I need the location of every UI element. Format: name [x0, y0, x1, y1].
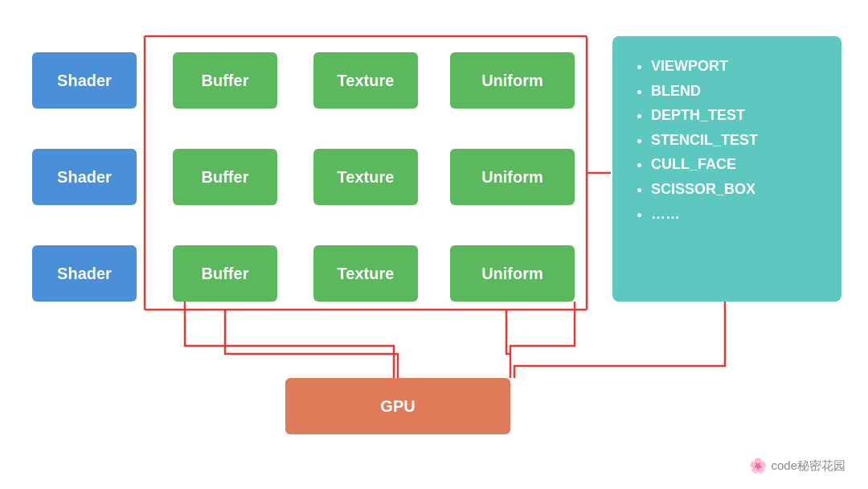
watermark-text: code秘密花园: [771, 458, 845, 474]
texture-block-3: Texture: [313, 245, 418, 302]
state-list: VIEWPORT BLEND DEPTH_TEST STENCIL_TEST C…: [635, 54, 819, 226]
buffer-block-2: Buffer: [173, 149, 277, 205]
state-box: VIEWPORT BLEND DEPTH_TEST STENCIL_TEST C…: [612, 36, 841, 302]
texture-block-1: Texture: [313, 52, 418, 109]
uniform-block-3: Uniform: [450, 245, 575, 302]
buffer-block-3: Buffer: [173, 245, 277, 302]
state-item-viewport: VIEWPORT: [651, 54, 819, 79]
diagram-container: Shader Shader Shader Buffer Buffer Buffe…: [0, 0, 868, 489]
state-item-depth: DEPTH_TEST: [651, 103, 819, 128]
shader-block-1: Shader: [32, 52, 137, 109]
gpu-block: GPU: [285, 378, 510, 434]
uniform-block-1: Uniform: [450, 52, 575, 109]
state-item-stencil: STENCIL_TEST: [651, 128, 819, 153]
state-item-scissor: SCISSOR_BOX: [651, 177, 819, 202]
shader-block-2: Shader: [32, 149, 137, 205]
state-item-blend: BLEND: [651, 79, 819, 104]
watermark: 🌸 code秘密花园: [749, 457, 845, 475]
buffer-block-1: Buffer: [173, 52, 277, 109]
watermark-icon: 🌸: [749, 457, 767, 475]
uniform-block-2: Uniform: [450, 149, 575, 205]
state-item-cull: CULL_FACE: [651, 152, 819, 177]
state-item-more: ……: [651, 202, 819, 227]
texture-block-2: Texture: [313, 149, 418, 205]
shader-block-3: Shader: [32, 245, 137, 302]
